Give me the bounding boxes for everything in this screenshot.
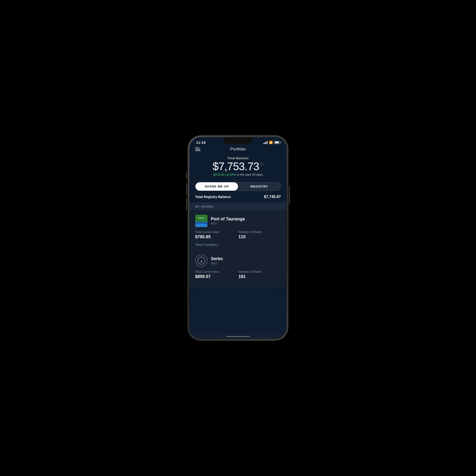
phone-frame: 11:18 📶 — [188, 136, 288, 340]
balance-change-green: $372.00 (10.0%) — [213, 173, 236, 176]
balance-change: $372.00 (10.0%) in the past 30 days — [195, 173, 281, 176]
signal-bar-2 — [264, 142, 265, 144]
share-card-tauranga: TAURANGA Port of Tauranga POT — [189, 210, 287, 250]
status-time: 11:18 — [196, 140, 206, 144]
num-shares-tauranga: 115 — [238, 235, 281, 239]
battery-fill — [275, 142, 279, 143]
num-shares-label-serko: Number of Shares — [238, 270, 281, 273]
menu-button[interactable] — [195, 148, 200, 151]
page-title: Portfolio — [230, 147, 246, 152]
home-bar — [226, 336, 250, 337]
total-value-serko: $899.57 — [195, 274, 238, 279]
view-company-tauranga[interactable]: View Company › — [195, 243, 281, 247]
power-button[interactable] — [289, 186, 290, 204]
balance-amount: $7,753.73 — [213, 161, 259, 172]
share-stats-tauranga: Total Current value $780.85 Number of Sh… — [195, 230, 281, 239]
total-value-tauranga: $780.85 — [195, 235, 238, 239]
view-company-text-tauranga: View Company — [195, 243, 218, 247]
num-shares-serko: 181 — [238, 274, 281, 279]
company-logo-tauranga: TAURANGA — [195, 215, 207, 227]
shares-list[interactable]: TAURANGA Port of Tauranga POT — [189, 210, 287, 334]
tauranga-logo-inner: TAURANGA — [195, 215, 207, 227]
registry-balance-value: $7,745.87 — [264, 195, 281, 199]
phone-screen: 11:18 📶 — [189, 137, 287, 339]
wifi-icon: 📶 — [269, 141, 273, 144]
battery-icon — [274, 141, 280, 144]
num-shares-col-serko: Number of Shares 181 — [238, 270, 281, 279]
signal-bar-4 — [267, 141, 268, 144]
total-value-col-serko: Total Current value $899.57 — [195, 270, 238, 279]
hamburger-line-3 — [195, 151, 200, 151]
hamburger-line-1 — [195, 148, 200, 148]
tab-share-me-up[interactable]: SHARE ME UP — [195, 182, 238, 191]
company-ticker-tauranga: POT — [211, 222, 245, 225]
company-name-serko: Serko — [211, 256, 223, 261]
signal-bar-1 — [263, 143, 264, 144]
share-card-top-serko: Serko SKO — [195, 255, 281, 267]
tauranga-logo-top: TAURANGA — [195, 215, 207, 221]
total-value-col-tauranga: Total Current value $780.85 — [195, 230, 238, 239]
volume-down-button[interactable] — [186, 198, 187, 210]
my-shares-header: MY SHARES — [189, 202, 287, 210]
balance-change-suffix: in the past 30 days — [237, 173, 263, 176]
company-info-serko: Serko SKO — [211, 256, 223, 265]
share-card-serko: Serko SKO Total Current value $899.57 Nu… — [189, 250, 287, 286]
company-name-tauranga: Port of Tauranga — [211, 217, 245, 221]
volume-up-button[interactable] — [186, 183, 187, 196]
total-value-label-serko: Total Current value — [195, 270, 238, 273]
balance-section: Total Balance $7,753.73 i $372.00 (10.0%… — [189, 154, 287, 181]
my-shares-label: MY SHARES — [195, 205, 214, 208]
share-stats-serko: Total Current value $899.57 Number of Sh… — [195, 270, 281, 279]
total-value-label-tauranga: Total Current value — [195, 230, 238, 234]
tauranga-wave — [195, 224, 207, 227]
serko-dot — [201, 261, 202, 262]
tauranga-logo-bottom — [195, 221, 207, 227]
chevron-right-icon-tauranga: › — [219, 243, 220, 247]
signal-icon — [263, 141, 268, 144]
share-card-top-tauranga: TAURANGA Port of Tauranga POT — [195, 215, 281, 227]
balance-amount-row: $7,753.73 i — [195, 161, 281, 172]
registry-balance-row: Total Registry Balance $7,745.87 — [189, 195, 287, 202]
company-info-tauranga: Port of Tauranga POT — [211, 217, 245, 225]
serko-logo-inner — [198, 257, 205, 264]
registry-balance-label: Total Registry Balance — [195, 195, 231, 199]
info-icon[interactable]: i — [260, 162, 263, 166]
signal-bar-3 — [266, 142, 266, 144]
mute-button[interactable] — [186, 171, 187, 179]
company-logo-serko — [195, 255, 207, 267]
num-shares-label-tauranga: Number of Shares — [238, 230, 281, 234]
total-balance-label: Total Balance — [195, 156, 281, 160]
status-icons: 📶 — [263, 141, 280, 144]
company-ticker-serko: SKO — [211, 262, 223, 265]
notch — [224, 137, 252, 144]
num-shares-col-tauranga: Number of Shares 115 — [238, 230, 281, 239]
home-indicator — [189, 334, 287, 339]
hamburger-line-2 — [195, 149, 200, 150]
